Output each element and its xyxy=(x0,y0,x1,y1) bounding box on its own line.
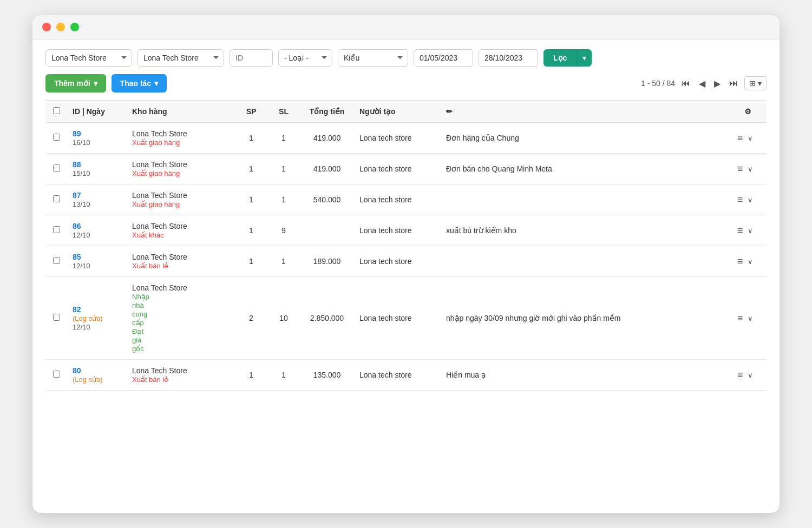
row-menu-chevron[interactable]: ∨ xyxy=(748,258,753,266)
row-kho-name: Lona Tech Store xyxy=(132,191,230,200)
row-kho-name: Lona Tech Store xyxy=(132,129,230,138)
action-left: Thêm mới ▾ Thao tác ▾ xyxy=(45,74,167,93)
log-link[interactable]: (Log sửa) xyxy=(73,375,103,384)
row-menu-button[interactable]: ≡ xyxy=(734,193,746,207)
row-menu-button[interactable]: ≡ xyxy=(734,162,746,176)
row-sl-cell: 10 xyxy=(267,277,300,360)
row-id-link[interactable]: 88 xyxy=(73,160,81,169)
col-header-sl: SL xyxy=(267,101,300,123)
row-checkbox[interactable] xyxy=(53,226,60,233)
row-menu-button[interactable]: ≡ xyxy=(734,224,746,237)
row-menu-chevron[interactable]: ∨ xyxy=(748,227,753,235)
row-nguoi-cell: Lona tech store xyxy=(354,123,441,154)
prev-page-button[interactable]: ◀ xyxy=(697,77,708,90)
loai-filter[interactable]: - Loại - xyxy=(278,49,332,67)
row-id-link[interactable]: 89 xyxy=(73,129,81,138)
row-nguoi-cell: Lona tech store xyxy=(354,215,441,246)
maximize-dot[interactable] xyxy=(70,23,79,31)
row-tong-cell: 135.000 xyxy=(300,360,354,391)
row-checkbox[interactable] xyxy=(53,371,60,378)
row-menu-button[interactable]: ≡ xyxy=(734,131,746,145)
row-id-cell: 8612/10 xyxy=(67,215,127,246)
row-action-cell: ≡ ∨ xyxy=(729,360,767,391)
table-row: 8512/10 Lona Tech Store Xuất bán lẻ 1 1 … xyxy=(45,246,767,277)
row-id-link[interactable]: 86 xyxy=(73,222,81,230)
table-row: 82(Log sửa)12/10 Lona Tech Store Nhậpnhà… xyxy=(45,277,767,360)
date-to-input[interactable] xyxy=(479,49,538,67)
row-id-link[interactable]: 87 xyxy=(73,191,81,200)
status-badge: Xuất giao hàng xyxy=(132,200,180,208)
row-menu-button[interactable]: ≡ xyxy=(734,368,746,382)
row-id-link[interactable]: 82 xyxy=(73,305,81,314)
row-menu-button[interactable]: ≡ xyxy=(734,312,746,325)
row-kho-cell: Lona Tech Store Xuất giao hàng xyxy=(127,123,235,154)
row-checkbox[interactable] xyxy=(53,314,60,321)
row-action-cell: ≡ ∨ xyxy=(729,246,767,277)
select-all-checkbox[interactable] xyxy=(53,107,60,114)
row-tong-cell: 540.000 xyxy=(300,184,354,215)
loc-dropdown-button[interactable]: ▾ xyxy=(577,49,592,67)
filter-bar: Lona Tech Store Lona Tech Store - Loại -… xyxy=(45,49,767,67)
them-moi-label: Thêm mới xyxy=(54,79,90,88)
row-checkbox[interactable] xyxy=(53,257,60,264)
status-badge: Xuất bán lẻ xyxy=(132,262,168,270)
row-kho-cell: Lona Tech Store Xuất bán lẻ xyxy=(127,246,235,277)
row-tong-cell: 419.000 xyxy=(300,123,354,154)
row-action-cell: ≡ ∨ xyxy=(729,154,767,184)
store-filter-1[interactable]: Lona Tech Store xyxy=(45,49,132,67)
date-from-input[interactable] xyxy=(414,49,473,67)
row-sl-cell: 1 xyxy=(267,184,300,215)
column-settings-button[interactable]: ⊞ ▾ xyxy=(744,76,767,90)
row-checkbox-cell xyxy=(45,215,67,246)
row-menu-chevron[interactable]: ∨ xyxy=(748,134,753,142)
row-sl-cell: 9 xyxy=(267,215,300,246)
main-window: Lona Tech Store Lona Tech Store - Loại -… xyxy=(32,15,780,513)
row-nguoi-cell: Lona tech store xyxy=(354,246,441,277)
row-note-cell: Hiền mua ạ xyxy=(441,360,729,391)
minimize-dot[interactable] xyxy=(56,23,65,31)
row-checkbox[interactable] xyxy=(53,164,60,171)
thao-tac-button[interactable]: Thao tác ▾ xyxy=(112,74,167,93)
row-menu-chevron[interactable]: ∨ xyxy=(748,314,753,322)
row-checkbox[interactable] xyxy=(53,195,60,202)
row-nguoi-cell: Lona tech store xyxy=(354,277,441,360)
row-sp-cell: 1 xyxy=(235,123,267,154)
row-checkbox[interactable] xyxy=(53,134,60,141)
row-note-cell xyxy=(441,184,729,215)
status-badge: NhậpnhàcungcấpĐạtgiágốc xyxy=(132,293,149,353)
table-row: 8612/10 Lona Tech Store Xuất khác 1 9 Lo… xyxy=(45,215,767,246)
loc-button[interactable]: Lọc xyxy=(543,49,577,67)
row-kho-cell: Lona Tech Store Xuất giao hàng xyxy=(127,184,235,215)
store-filter-2[interactable]: Lona Tech Store xyxy=(137,49,224,67)
settings-icon: ⚙ xyxy=(744,107,751,116)
row-menu-button[interactable]: ≡ xyxy=(734,255,746,268)
row-sp-cell: 1 xyxy=(235,215,267,246)
last-page-button[interactable]: ⏭ xyxy=(727,77,740,89)
row-id-link[interactable]: 80 xyxy=(73,366,81,375)
row-id-link[interactable]: 85 xyxy=(73,253,81,261)
kieu-filter[interactable]: Kiểu xyxy=(338,49,408,67)
row-kho-name: Lona Tech Store xyxy=(132,253,230,261)
row-kho-cell: Lona Tech Store Xuất khác xyxy=(127,215,235,246)
id-input[interactable] xyxy=(230,49,273,67)
row-tong-cell: 419.000 xyxy=(300,154,354,184)
row-menu: ≡ ∨ xyxy=(734,224,761,237)
log-link[interactable]: (Log sửa) xyxy=(73,314,103,322)
row-action-cell: ≡ ∨ xyxy=(729,123,767,154)
pagination-info: 1 - 50 / 84 ⏮ ◀ ▶ ⏭ ⊞ ▾ xyxy=(641,76,767,90)
row-menu-chevron[interactable]: ∨ xyxy=(748,196,753,204)
them-moi-button[interactable]: Thêm mới ▾ xyxy=(45,74,106,93)
row-checkbox-cell xyxy=(45,246,67,277)
table-row: 8815/10 Lona Tech Store Xuất giao hàng 1… xyxy=(45,154,767,184)
row-menu-chevron[interactable]: ∨ xyxy=(748,371,753,379)
row-menu-chevron[interactable]: ∨ xyxy=(748,165,753,173)
row-note-cell: Đơn bán cho Quang Minh Meta xyxy=(441,154,729,184)
row-note-cell: nhập ngày 30/09 nhưng giờ mới ghi vào ph… xyxy=(441,277,729,360)
close-dot[interactable] xyxy=(42,23,51,31)
row-tong-cell: 189.000 xyxy=(300,246,354,277)
row-sp-cell: 1 xyxy=(235,360,267,391)
next-page-button[interactable]: ▶ xyxy=(712,77,723,90)
first-page-button[interactable]: ⏮ xyxy=(679,77,692,89)
row-nguoi-cell: Lona tech store xyxy=(354,184,441,215)
row-checkbox-cell xyxy=(45,123,67,154)
